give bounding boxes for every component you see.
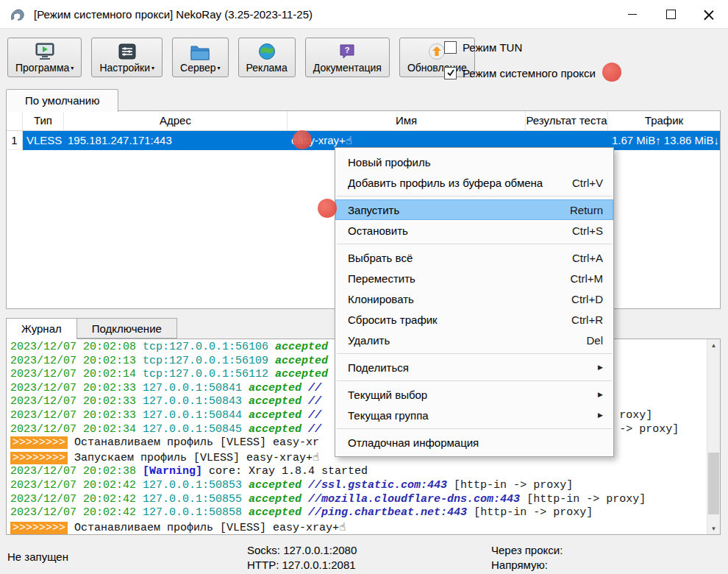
table-header-address[interactable]: Адрес [64,111,288,130]
window-controls [613,0,728,28]
shortcut-label: Ctrl+A [572,252,603,264]
app-logo-icon [9,5,26,23]
ads-button[interactable]: Реклама [238,38,296,77]
menu-item-add-from-clipboard[interactable]: Добавить профиль из буфера обмена Ctrl+V [335,172,613,193]
tab-connection-label: Подключение [92,322,162,335]
minimize-button[interactable] [613,0,652,28]
maximize-button[interactable] [652,0,690,28]
scrollbar-thumb[interactable] [708,453,719,515]
system-proxy-checkbox[interactable]: Режим системного прокси [444,66,596,79]
group-tab-label: По умолчанию [25,94,99,107]
status-http: HTTP: 127.0.0.1:2081 [247,558,357,573]
tab-log[interactable]: Журнал [6,318,77,339]
menu-item-new-profile[interactable]: Новый профиль [335,152,613,172]
cell-type: VLESS [23,131,64,150]
context-menu: Новый профиль Добавить профиль из буфера… [335,147,614,457]
menu-item-move[interactable]: Переместить Ctrl+M [335,268,613,288]
log-line: 2023/12/07 20:02:42 127.0.0.1:50855 acce… [10,493,705,507]
menu-item-debug-info[interactable]: Отладочная информация [335,432,613,453]
minimize-icon [628,14,637,15]
dropdown-arrow-icon: ▾ [218,63,221,74]
menu-item-current-group[interactable]: Текущая группа ▶ [335,405,613,425]
submenu-arrow-icon: ▶ [598,411,603,419]
menu-separator [337,428,612,429]
menu-item-share[interactable]: Поделиться ▶ [335,357,613,378]
server-button-label: Сервер [180,62,216,74]
tun-mode-label: Режим TUN [463,41,522,54]
menu-separator [337,353,612,354]
checkbox-unchecked-icon [444,41,457,54]
menu-separator [337,244,612,244]
close-icon [704,9,714,19]
status-bar: Не запущен Socks: 127.0.0.1:2080 HTTP: 1… [0,541,728,574]
settings-button[interactable]: Настройки▾ [91,38,163,77]
tun-mode-checkbox[interactable]: Режим TUN [444,40,596,54]
click-annotation [318,199,337,218]
table-header-gutter [7,111,23,130]
table-header-type[interactable]: Тип [23,111,64,130]
tab-log-label: Журнал [21,322,62,335]
dropdown-arrow-icon: ▾ [71,63,74,74]
table-header-row: Тип Адрес Имя Результат теста Трафик [7,111,720,131]
ads-button-label: Реклама [246,62,288,74]
close-button[interactable] [690,0,728,28]
menu-item-delete[interactable]: Удалить Del [335,330,613,350]
shortcut-label: Ctrl+S [572,224,603,237]
log-line: 2023/12/07 20:02:42 127.0.0.1:50853 acce… [10,479,705,493]
shortcut-label: Ctrl+V [572,177,603,189]
status-proxy-ports: Socks: 127.0.0.1:2080 HTTP: 127.0.0.1:20… [247,543,357,573]
program-button-label: Программа [15,62,69,74]
menu-separator [337,196,612,196]
window-title: [Режим системного прокси] NekoRay (3.25-… [34,8,313,21]
shortcut-label: Del [586,334,603,347]
server-folder-icon [190,41,210,60]
log-line: >>>>>>>> Останавливаем профиль [VLESS] e… [10,520,705,535]
menu-item-stop[interactable]: Остановить Ctrl+S [335,220,613,241]
status-direct: Напрямую: [491,558,563,573]
shortcut-label: Return [570,204,603,216]
cell-address: 195.181.247.171:443 [64,131,288,150]
click-annotation [293,130,312,149]
program-button[interactable]: Программа▾ [7,38,82,77]
menu-item-start[interactable]: Запустить Return [335,199,613,220]
status-socks: Socks: 127.0.0.1:2080 [247,543,357,558]
dropdown-arrow-icon: ▾ [151,63,154,74]
status-routing: Через прокси: Напрямую: [491,543,563,573]
tab-connection[interactable]: Подключение [76,318,177,339]
program-icon [35,41,54,60]
log-line: 2023/12/07 20:02:42 127.0.0.1:50858 acce… [10,506,705,520]
group-tab-default[interactable]: По умолчанию [6,89,118,112]
click-annotation [602,63,621,82]
shortcut-label: Ctrl+R [571,313,603,326]
table-header-test-result[interactable]: Результат теста [526,111,608,130]
log-line: 2023/12/07 20:02:38 [Warning] core: Xray… [10,465,705,479]
bottom-tab-bar: Журнал Подключение [6,318,177,339]
cell-traffic: 1.67 MiB↑ 13.86 MiB↓ [608,131,720,150]
menu-item-select-all[interactable]: Выбрать всё Ctrl+A [335,247,613,268]
shortcut-label: Ctrl+M [570,272,603,285]
globe-icon [258,41,276,60]
menu-item-reset-traffic[interactable]: Сбросить трафик Ctrl+R [335,309,613,330]
menu-separator [337,380,612,381]
server-button[interactable]: Сервер▾ [172,38,229,77]
table-header-traffic[interactable]: Трафик [608,111,720,130]
shortcut-label: Ctrl+D [571,293,603,305]
log-scrollbar[interactable]: ▲ ▼ [707,339,720,534]
submenu-arrow-icon: ▶ [598,391,603,398]
documentation-button-label: Документация [313,62,382,74]
table-header-name[interactable]: Имя [288,111,526,130]
maximize-icon [666,10,676,19]
row-number: 1 [7,131,23,150]
scroll-down-icon[interactable]: ▼ [707,522,720,534]
documentation-button[interactable]: ? Документация [305,38,390,77]
settings-button-label: Настройки [99,62,150,74]
svg-text:?: ? [345,46,350,54]
system-proxy-label: Режим системного прокси [463,67,596,79]
settings-icon [118,41,136,60]
scroll-up-icon[interactable]: ▲ [707,339,720,351]
status-via-proxy: Через прокси: [491,543,563,558]
menu-item-clone[interactable]: Клонировать Ctrl+D [335,288,613,309]
titlebar: [Режим системного прокси] NekoRay (3.25-… [0,0,728,29]
help-bubble-icon: ? [338,41,356,60]
menu-item-current-selection[interactable]: Текущий выбор ▶ [335,384,613,405]
